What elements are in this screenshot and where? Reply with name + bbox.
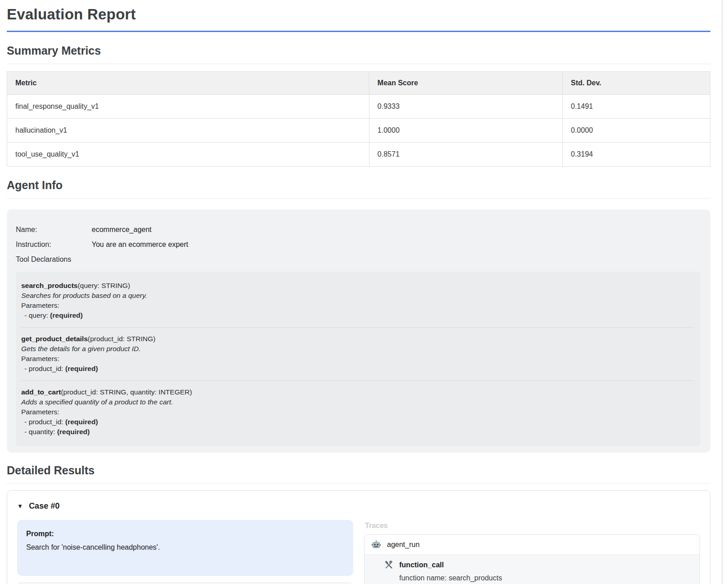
metric-name-cell: final_response_quality_v1: [7, 95, 369, 119]
tool-name: search_products: [21, 282, 78, 289]
trace-function-name: function name: search_products: [364, 570, 700, 584]
traces-tree-panel: agent_run: [364, 534, 700, 584]
viewport-right-edge: [722, 0, 723, 584]
tool-declarations-label: Tool Declarations: [16, 255, 700, 264]
agent-instruction-row: Instruction: You are an ecommerce expert: [16, 240, 700, 250]
prompt-label: Prompt:: [26, 530, 344, 538]
parameter-line: - quantity: (required): [21, 427, 694, 437]
traces-label: Traces: [365, 522, 700, 530]
tool-declaration: search_products(query: STRING) Searches …: [21, 274, 694, 327]
case-content-grid: Prompt: Search for 'noise-cancelling hea…: [17, 520, 700, 584]
detailed-results-section: Detailed Results ▼ Case #0 Prompt: Searc…: [7, 463, 710, 584]
detailed-results-heading: Detailed Results: [7, 463, 710, 477]
tool-description: Searches for products based on a query.: [21, 291, 694, 301]
agent-info-section: Agent Info Name: ecommerce_agent Instruc…: [7, 178, 710, 453]
std-dev-cell: 0.0000: [563, 119, 710, 143]
tool-description: Adds a specified quantity of a product t…: [21, 397, 694, 407]
metric-name-cell: tool_use_quality_v1: [7, 143, 369, 167]
agent-instruction-value: You are an ecommerce expert: [92, 240, 188, 250]
page-title: Evaluation Report: [7, 5, 710, 23]
parameters-label: Parameters:: [21, 354, 694, 364]
tool-signature: (product_id: STRING, quantity: INTEGER): [61, 388, 192, 396]
col-header-std-dev: Std. Dev.: [563, 72, 710, 95]
table-header-row: Metric Mean Score Std. Dev.: [7, 72, 710, 95]
prompt-box: Prompt: Search for 'noise-cancelling hea…: [17, 520, 353, 576]
tool-signature-line: get_product_details(product_id: STRING): [21, 334, 694, 344]
tool-signature-line: search_products(query: STRING): [21, 281, 694, 291]
metric-name-cell: hallucination_v1: [7, 119, 369, 143]
agent-name-label: Name:: [16, 225, 92, 235]
trace-row-function-call[interactable]: function_call: [364, 559, 700, 570]
tool-signature: (query: STRING): [78, 282, 130, 289]
case-left-column: Prompt: Search for 'noise-cancelling hea…: [17, 520, 353, 584]
tools-icon: [384, 561, 393, 570]
agent-name-value: ecommerce_agent: [92, 225, 152, 235]
parameter-line: - query: (required): [21, 311, 694, 320]
parameter-name: - quantity:: [24, 428, 57, 436]
mean-score-cell: 0.8571: [369, 143, 562, 167]
agent-info-panel: Name: ecommerce_agent Instruction: You a…: [7, 209, 710, 453]
table-row: hallucination_v1 1.0000 0.0000: [7, 119, 710, 143]
tool-signature: (product_id: STRING): [88, 335, 155, 343]
parameter-line: - product_id: (required): [21, 364, 694, 374]
section-divider: [7, 64, 710, 64]
summary-metrics-heading: Summary Metrics: [7, 44, 710, 57]
tool-name: add_to_cart: [21, 388, 61, 396]
robot-icon: [371, 540, 381, 550]
tool-declaration: add_to_cart(product_id: STRING, quantity…: [21, 380, 694, 444]
parameter-name: - query:: [24, 311, 50, 319]
trace-child-label: function_call: [399, 561, 444, 569]
prompt-text: Search for 'noise-cancelling headphones'…: [26, 543, 344, 552]
title-accent-divider: [7, 31, 710, 32]
response-box-partial: [17, 582, 353, 584]
tool-name: get_product_details: [21, 335, 88, 343]
parameters-label: Parameters:: [21, 301, 694, 311]
tool-description: Gets the details for a given product ID.: [21, 344, 694, 354]
parameter-required-badge: (required): [65, 365, 98, 372]
parameter-required-badge: (required): [57, 428, 89, 436]
parameter-required-badge: (required): [50, 311, 83, 319]
agent-info-heading: Agent Info: [7, 178, 710, 192]
case-title: Case #0: [29, 501, 60, 511]
summary-metrics-section: Summary Metrics Metric Mean Score Std. D…: [7, 44, 710, 167]
tool-signature-line: add_to_cart(product_id: STRING, quantity…: [21, 387, 694, 397]
mean-score-cell: 1.0000: [369, 119, 562, 143]
mean-score-cell: 0.9333: [369, 95, 562, 119]
case-collapse-header[interactable]: ▼ Case #0: [17, 501, 700, 511]
col-header-metric: Metric: [7, 72, 369, 95]
trace-row-agent-run[interactable]: agent_run: [364, 535, 700, 555]
parameter-line: - product_id: (required): [21, 417, 694, 427]
collapse-triangle-icon: ▼: [17, 503, 23, 510]
section-divider: [7, 198, 710, 199]
parameter-name: - product_id:: [24, 365, 65, 372]
tool-declaration: get_product_details(product_id: STRING) …: [21, 327, 694, 380]
case-card: ▼ Case #0 Prompt: Search for 'noise-canc…: [7, 490, 710, 584]
trace-child-section: function_call function name: search_prod…: [364, 555, 700, 584]
parameter-required-badge: (required): [65, 418, 98, 426]
table-row: final_response_quality_v1 0.9333 0.1491: [7, 95, 710, 119]
parameter-name: - product_id:: [24, 418, 65, 426]
summary-metrics-table: Metric Mean Score Std. Dev. final_respon…: [7, 71, 710, 167]
col-header-mean-score: Mean Score: [369, 72, 562, 95]
case-traces-column: Traces: [364, 520, 700, 584]
std-dev-cell: 0.1491: [563, 95, 710, 119]
agent-instruction-label: Instruction:: [16, 240, 92, 250]
parameters-label: Parameters:: [21, 407, 694, 417]
agent-name-row: Name: ecommerce_agent: [16, 225, 700, 235]
table-row: tool_use_quality_v1 0.8571 0.3194: [7, 143, 710, 167]
trace-root-label: agent_run: [387, 541, 420, 549]
tool-declarations-panel: search_products(query: STRING) Searches …: [16, 272, 700, 446]
section-divider: [7, 483, 710, 484]
std-dev-cell: 0.3194: [563, 143, 710, 167]
evaluation-report-page: Evaluation Report Summary Metrics Metric…: [0, 0, 728, 584]
